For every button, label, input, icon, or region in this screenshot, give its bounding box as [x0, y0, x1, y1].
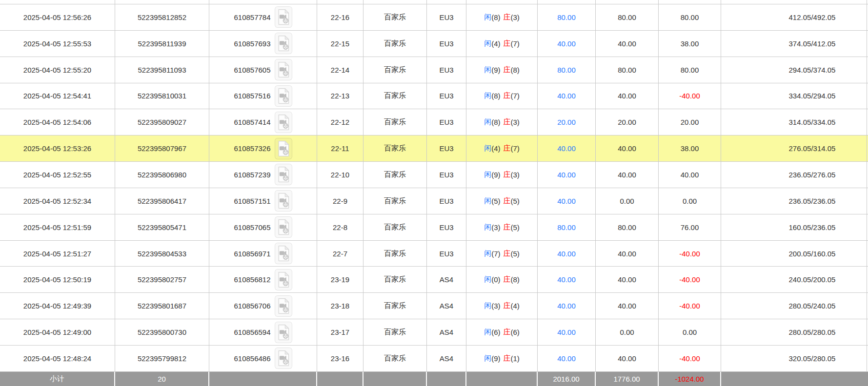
video-replay-button[interactable] — [275, 33, 292, 54]
table-row[interactable]: 2025-04-05 12:55:53 522395811939 6108576… — [0, 31, 868, 57]
player-score: (8) — [491, 118, 500, 126]
bet-amount-link[interactable]: 40.00 — [557, 92, 576, 100]
bet-amount-link[interactable]: 40.00 — [557, 328, 576, 336]
player-label: 闲 — [484, 223, 491, 232]
video-replay-button[interactable] — [275, 190, 292, 212]
table-row[interactable]: 2025-04-05 12:51:27 522395804533 6108569… — [0, 241, 868, 267]
winloss-amount: 38.00 — [659, 31, 721, 57]
game-name: 百家乐 — [363, 83, 427, 109]
bet-amount-link[interactable]: 40.00 — [557, 302, 576, 310]
bet-time: 2025-04-05 12:49:39 — [0, 293, 115, 319]
bet-amount-link[interactable]: 80.00 — [557, 13, 576, 21]
game-id: 610857326 — [234, 144, 270, 153]
video-replay-button[interactable] — [275, 164, 292, 185]
table-row[interactable]: 2025-04-05 12:49:39 522395801687 6108567… — [0, 293, 868, 319]
table-code: AS4 — [427, 267, 466, 292]
balance: 276.05/314.05 — [721, 135, 867, 161]
player-label: 闲 — [484, 65, 491, 75]
bet-amount-link[interactable]: 80.00 — [557, 66, 576, 74]
video-replay-button[interactable] — [275, 85, 292, 107]
table-code: EU3 — [427, 4, 466, 30]
table-row[interactable]: 2025-04-05 12:48:24 522395799812 6108564… — [0, 346, 868, 372]
video-replay-button[interactable] — [275, 269, 292, 290]
bet-amount-link[interactable]: 40.00 — [557, 39, 576, 48]
player-score: (4) — [491, 39, 500, 48]
video-replay-button[interactable] — [275, 138, 292, 159]
balance: 412.05/492.05 — [721, 4, 867, 30]
bet-id: 522395806417 — [115, 188, 209, 214]
video-record-icon — [277, 219, 290, 235]
video-replay-button[interactable] — [275, 216, 292, 238]
bet-amount-link[interactable]: 40.00 — [557, 171, 576, 179]
balance: 236.05/236.05 — [721, 188, 867, 214]
valid-bet-amount: 0.00 — [596, 319, 659, 345]
bet-id: 522395811093 — [115, 57, 209, 83]
game-name: 百家乐 — [363, 346, 427, 371]
balance: 320.05/280.05 — [721, 346, 867, 371]
game-id: 610857239 — [234, 171, 270, 179]
winloss-amount: 40.00 — [659, 162, 721, 188]
bet-amount-link[interactable]: 80.00 — [557, 223, 576, 232]
balance: 314.05/334.05 — [721, 109, 867, 135]
bet-time: 2025-04-05 12:49:00 — [0, 319, 115, 345]
table-row[interactable]: 2025-04-05 12:52:55 522395806980 6108572… — [0, 162, 868, 188]
balance: 334.05/294.05 — [721, 83, 867, 109]
banker-score: (4) — [511, 302, 520, 310]
bet-amount-link[interactable]: 40.00 — [557, 197, 576, 205]
game-result: 闲(5)庄(5) — [466, 188, 538, 214]
game-result: 闲(8)庄(7) — [466, 83, 538, 109]
bet-amount-link[interactable]: 40.00 — [557, 275, 576, 284]
video-replay-button[interactable] — [275, 347, 292, 369]
bet-id: 522395809027 — [115, 109, 209, 135]
game-result: 闲(4)庄(7) — [466, 31, 538, 57]
player-score: (4) — [491, 144, 500, 153]
banker-label: 庄 — [504, 354, 511, 363]
table-code: EU3 — [427, 83, 466, 109]
bet-time: 2025-04-05 12:48:24 — [0, 346, 115, 371]
bet-id: 522395810031 — [115, 83, 209, 109]
balance: 374.05/412.05 — [721, 31, 867, 57]
video-replay-button[interactable] — [275, 322, 292, 343]
table-row[interactable]: 2025-04-05 12:51:59 522395805471 6108570… — [0, 214, 868, 241]
game-result: 闲(3)庄(4) — [466, 293, 538, 319]
game-name: 百家乐 — [363, 135, 427, 161]
banker-score: (8) — [511, 66, 520, 74]
video-record-icon — [277, 114, 290, 131]
subtotal-label: 小计 — [0, 372, 115, 386]
video-replay-button[interactable] — [275, 243, 292, 264]
game-result: 闲(9)庄(3) — [466, 162, 538, 188]
game-id: 610857151 — [234, 197, 270, 205]
balance: 294.05/374.05 — [721, 57, 867, 83]
video-replay-button[interactable] — [275, 112, 292, 133]
video-replay-button[interactable] — [275, 295, 292, 317]
round-number: 23-19 — [317, 267, 363, 292]
video-replay-button[interactable] — [275, 6, 292, 28]
banker-score: (1) — [511, 354, 520, 363]
player-label: 闲 — [484, 301, 491, 310]
table-row[interactable]: 2025-04-05 12:49:00 522395800730 6108565… — [0, 319, 868, 346]
video-record-icon — [277, 140, 290, 157]
player-label: 闲 — [484, 13, 491, 22]
valid-bet-amount: 40.00 — [596, 293, 659, 319]
player-score: (3) — [491, 223, 500, 232]
table-code: EU3 — [427, 188, 466, 214]
table-row[interactable]: 2025-04-05 12:56:26 522395812852 6108577… — [0, 4, 868, 31]
player-label: 闲 — [484, 249, 491, 258]
table-row[interactable]: 2025-04-05 12:52:34 522395806417 6108571… — [0, 188, 868, 214]
table-row[interactable]: 2025-04-05 12:54:41 522395810031 6108575… — [0, 83, 868, 110]
game-id: 610857516 — [234, 92, 270, 100]
bet-amount-link[interactable]: 40.00 — [557, 144, 576, 153]
table-row[interactable]: 2025-04-05 12:50:19 522395802757 6108568… — [0, 267, 868, 293]
video-replay-button[interactable] — [275, 59, 292, 80]
bet-amount-link[interactable]: 40.00 — [557, 250, 576, 258]
bet-amount-link[interactable]: 40.00 — [557, 354, 576, 363]
table-row[interactable]: 2025-04-05 12:53:26 522395807967 6108573… — [0, 135, 868, 162]
game-result: 闲(4)庄(7) — [466, 135, 538, 161]
video-record-icon — [277, 88, 290, 104]
banker-label: 庄 — [504, 117, 511, 127]
winloss-amount: 38.00 — [659, 135, 721, 161]
bet-amount-link[interactable]: 20.00 — [557, 118, 576, 126]
table-row[interactable]: 2025-04-05 12:55:20 522395811093 6108576… — [0, 57, 868, 83]
game-id: 610856486 — [234, 354, 270, 363]
table-row[interactable]: 2025-04-05 12:54:06 522395809027 6108574… — [0, 109, 868, 135]
